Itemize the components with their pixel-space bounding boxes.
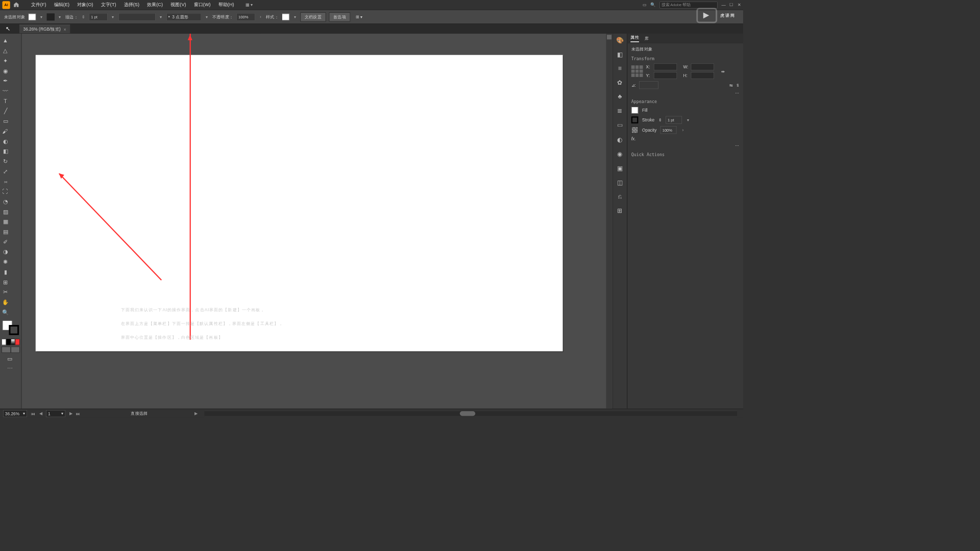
curvature-tool[interactable]: 〰 [1, 86, 11, 95]
eraser-tool[interactable]: ◧ [1, 146, 11, 156]
edit-toolbar-icon[interactable]: ⋯ [1, 364, 19, 373]
transparency-panel-icon[interactable]: ◐ [617, 136, 623, 143]
arrange-docs-icon[interactable]: ▦ ▾ [246, 3, 253, 8]
stroke-swatch[interactable] [47, 13, 55, 20]
var-width-dd[interactable]: ▾ [159, 14, 163, 19]
align-icon[interactable]: ⊞ ▾ [356, 14, 363, 19]
screen-mode-tool[interactable]: ▭ [1, 354, 19, 363]
artboard-select[interactable]: 1▾ [46, 410, 65, 417]
lasso-tool[interactable]: ◉ [1, 66, 11, 76]
draw-mode-row[interactable] [2, 346, 20, 353]
stroke-weight-panel[interactable] [666, 116, 682, 123]
eyedropper-tool[interactable]: ✐ [1, 237, 11, 246]
shaper-tool[interactable]: ◐ [1, 137, 11, 146]
layers-panel-icon[interactable]: ≣ [617, 107, 622, 114]
x-input[interactable] [654, 63, 677, 70]
selection-tool[interactable]: ▲ [1, 36, 11, 45]
play-icon[interactable]: ▶ [194, 411, 198, 416]
angle-input[interactable] [639, 81, 658, 89]
zoom-select[interactable]: 36.26%▾ [3, 410, 27, 417]
artboard-tool[interactable]: ⊞ [1, 278, 11, 287]
last-artboard-icon[interactable]: ⏭ [76, 411, 80, 416]
menu-edit[interactable]: 编辑(E) [50, 0, 73, 10]
minimize-icon[interactable]: — [721, 3, 725, 7]
close-tab-icon[interactable]: × [64, 27, 66, 32]
maximize-icon[interactable]: ☐ [729, 3, 733, 8]
opacity-dd-panel[interactable]: › [680, 128, 685, 132]
stroke-step-icon[interactable]: ⇕ [81, 14, 86, 19]
free-transform-tool[interactable]: ⛶ [1, 187, 11, 196]
constrain-icon[interactable]: ⇹ [721, 69, 725, 74]
stroke-dd-icon[interactable]: ▾ [58, 14, 62, 19]
paintbrush-tool[interactable]: 🖌 [1, 127, 11, 136]
hand-tool[interactable]: ✋ [1, 297, 11, 307]
type-tool[interactable]: T [1, 96, 11, 106]
stroke-panel-icon[interactable]: ≡ [618, 65, 622, 72]
flip-v-icon[interactable]: ⥮ [736, 83, 740, 88]
direct-selection-tool[interactable]: △ [1, 46, 11, 55]
search-icon[interactable]: 🔍 [650, 3, 656, 8]
brush-dd[interactable]: ▾ [204, 14, 209, 19]
graphic-styles-panel-icon[interactable]: ▣ [617, 164, 623, 171]
doc-setup-button[interactable]: 文档设置 [300, 12, 326, 21]
asset-export-panel-icon[interactable]: ⎌ [618, 193, 622, 200]
artboards-panel-icon[interactable]: ▭ [617, 121, 623, 129]
column-graph-tool[interactable]: ▮ [1, 267, 11, 277]
slice-tool[interactable]: ✂ [1, 287, 11, 296]
rotate-tool[interactable]: ↻ [1, 157, 11, 166]
workspace-icon[interactable]: ▭ [643, 3, 647, 8]
color-panel-icon[interactable]: 🎨 [616, 36, 624, 43]
w-input[interactable] [691, 63, 714, 70]
fill-swatch-panel[interactable] [631, 107, 639, 114]
opacity-swatch-panel[interactable] [631, 127, 639, 134]
menu-file[interactable]: 文件(F) [27, 0, 50, 10]
shape-builder-tool[interactable]: ◔ [1, 197, 11, 206]
stroke-weight-input[interactable] [89, 13, 107, 20]
tab-libraries[interactable]: 库 [645, 35, 649, 41]
canvas-area[interactable]: 下面我们来认识一下AI的操作界面，点击AI界面的【新建】一个画板， 在界面上方是… [21, 33, 612, 409]
symbols-panel-icon[interactable]: ♣ [618, 93, 622, 101]
menu-help[interactable]: 帮助(H) [214, 0, 238, 10]
reference-point-grid[interactable] [631, 65, 643, 77]
line-tool[interactable]: ╱ [1, 107, 11, 116]
prefs-button[interactable]: 首选项 [329, 12, 351, 21]
magic-wand-tool[interactable]: ✦ [1, 56, 11, 65]
mesh-tool[interactable]: ▦ [1, 217, 11, 226]
var-width-input[interactable] [118, 13, 156, 20]
align-panel-icon[interactable]: ◫ [617, 179, 623, 186]
opacity-dd[interactable]: › [258, 14, 263, 19]
color-mode-row[interactable] [2, 339, 20, 345]
style-dd[interactable]: ▾ [292, 14, 297, 19]
opacity-input-panel[interactable] [660, 126, 677, 134]
tab-properties[interactable]: 属性 [630, 34, 639, 42]
y-input[interactable] [654, 72, 677, 79]
libraries-panel-icon[interactable]: ⊞ [617, 207, 622, 214]
fill-swatch[interactable] [28, 13, 36, 20]
perspective-tool[interactable]: ▨ [1, 207, 11, 216]
first-artboard-icon[interactable]: ⏮ [31, 411, 35, 416]
help-search-input[interactable]: 搜索 Adobe 帮助 [659, 2, 718, 9]
stroke-dd-panel[interactable]: ▾ [686, 118, 691, 122]
brushes-panel-icon[interactable]: ✿ [617, 79, 622, 86]
stroke-weight-dd[interactable]: ▾ [111, 14, 115, 19]
stroke-swatch-panel[interactable] [631, 116, 639, 123]
document-tab[interactable]: 36.26% (RGB/预览) × [19, 25, 70, 34]
rectangle-tool[interactable]: ▭ [1, 116, 11, 126]
scale-tool[interactable]: ⤢ [1, 167, 11, 176]
menu-object[interactable]: 对象(O) [74, 0, 97, 10]
appearance-more-icon[interactable]: ⋯ [735, 143, 739, 148]
fill-stroke-control[interactable] [2, 319, 20, 336]
close-icon[interactable]: ✕ [738, 3, 741, 8]
menu-type[interactable]: 文字(T) [97, 0, 120, 10]
vertical-scrollbar[interactable] [606, 33, 612, 409]
menu-window[interactable]: 窗口(W) [190, 0, 214, 10]
flip-h-icon[interactable]: ⇋ [729, 83, 733, 88]
prev-artboard-icon[interactable]: ◀ [39, 411, 42, 416]
h-input[interactable] [691, 72, 714, 79]
artboard[interactable]: 下面我们来认识一下AI的操作界面，点击AI界面的【新建】一个画板， 在界面上方是… [36, 55, 563, 352]
next-artboard-icon[interactable]: ▶ [69, 411, 72, 416]
style-swatch[interactable] [282, 13, 289, 20]
menu-select[interactable]: 选择(S) [120, 0, 143, 10]
gradient-tool[interactable]: ▤ [1, 227, 11, 236]
fx-label[interactable]: fx. [631, 136, 636, 141]
